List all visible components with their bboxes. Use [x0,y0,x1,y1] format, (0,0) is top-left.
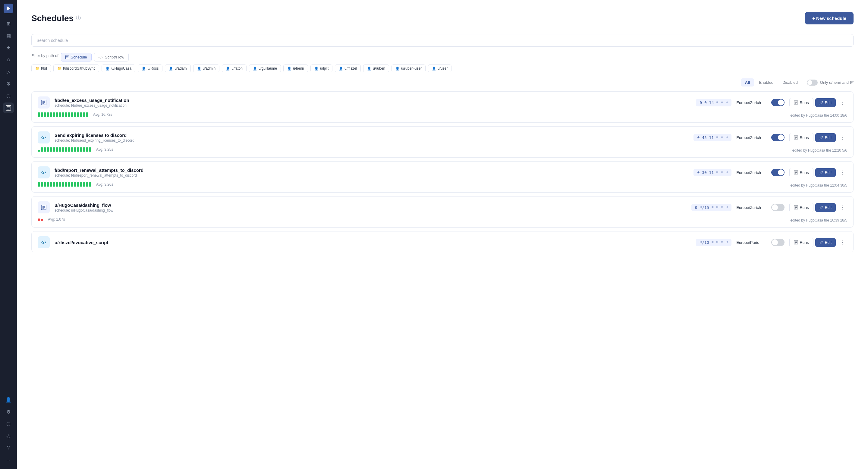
edit-label: Edit [825,170,832,175]
chip-u-henri[interactable]: 👤 u/henri [283,64,308,72]
chip-label: u/faton [231,66,243,70]
schedule-toggle[interactable] [771,134,784,141]
runs-button[interactable]: Runs [789,168,813,177]
sidebar-icon-dashboard[interactable]: ⌂ [3,54,14,65]
schedule-item: f/bd/report_renewal_attempts_to_discord … [31,161,854,193]
avg-text: Avg: 16.72s [93,113,112,117]
info-icon[interactable]: ⓘ [76,15,81,22]
more-button[interactable]: ⋮ [838,168,847,177]
sidebar-icon-money[interactable]: $ [3,79,14,89]
status-tab-all[interactable]: All [741,79,754,87]
sidebar-icon-logout[interactable]: → [3,455,14,465]
run-bar [74,182,76,187]
schedule-row-top: u/HugoCasa/dashing_flow schedule: u/Hugo… [38,201,847,213]
chip-u-faton[interactable]: 👤 u/faton [222,64,247,72]
chip-u-admin[interactable]: 👤 u/admin [193,64,220,72]
run-bar [68,113,70,117]
chip-u-ruben[interactable]: 👤 u/ruben [363,64,389,72]
sidebar-icon-help[interactable]: ? [3,442,14,453]
only-filter-toggle[interactable] [807,80,818,86]
sidebar-icon-packages[interactable]: ⬡ [3,418,14,429]
runs-button[interactable]: Runs [789,98,813,107]
user-icon: 👤 [226,67,230,70]
edit-button[interactable]: Edit [815,203,836,212]
chip-u-ross[interactable]: 👤 u/Ross [138,64,162,72]
run-bar [50,182,52,187]
schedule-name: u/HugoCasa/dashing_flow [55,202,687,208]
app-logo [4,4,13,13]
filter-tab-schedule[interactable]: Schedule [61,53,92,61]
sidebar-icon-stars[interactable]: ★ [3,42,14,53]
runs-label: Runs [800,135,809,140]
run-bar [50,147,52,152]
edit-button[interactable]: Edit [815,98,836,107]
sidebar-icon-settings[interactable]: ⚙ [3,406,14,417]
sidebar-icon-schedule[interactable] [3,102,14,113]
run-bar [38,219,40,221]
edit-button[interactable]: Edit [815,238,836,247]
runs-button[interactable]: Runs [789,238,813,247]
schedule-path: schedule: f/bd/ee_excess_usage_notificat… [55,103,691,107]
run-bar [44,113,46,117]
runs-label: Runs [800,100,809,105]
chip-u-rfiszel[interactable]: 👤 u/rfiszel [335,64,361,72]
run-bar [38,182,40,187]
run-bar [47,113,49,117]
schedule-row-top: f/bd/ee_excess_usage_notification schedu… [38,96,847,108]
chip-label: u/ruben [373,66,385,70]
new-schedule-button[interactable]: + New schedule [805,12,854,24]
edit-button[interactable]: Edit [815,168,836,177]
folder-icon: 📁 [35,67,39,70]
schedule-toggle[interactable] [771,204,784,211]
chip-label: u/lplit [320,66,329,70]
schedule-info: u/HugoCasa/dashing_flow schedule: u/Hugo… [55,202,687,213]
sidebar-icon-eye[interactable]: ◎ [3,430,14,441]
schedule-item-icon [38,96,50,108]
chip-u-ruben-user[interactable]: 👤 u/ruben-user [392,64,426,72]
chip-u-adam[interactable]: 👤 u/adam [165,64,190,72]
run-bar [65,182,67,187]
more-button[interactable]: ⋮ [838,238,847,247]
more-button[interactable]: ⋮ [838,98,847,107]
schedule-toggle[interactable] [771,99,784,106]
filter-tab-script-flow[interactable]: </> Script/Flow [94,53,129,61]
chip-u-user[interactable]: 👤 u/user [428,64,452,72]
run-bars-row: Avg: 16.72s edited by HugoCasa the 14:00… [38,112,847,118]
run-bar [86,113,88,117]
user-icon: 👤 [367,67,371,70]
sidebar-icon-integrations[interactable]: ⬡ [3,90,14,101]
schedule-toggle[interactable] [771,169,784,176]
run-bar [53,113,55,117]
schedule-list: f/bd/ee_excess_usage_notification schedu… [31,91,854,256]
chip-f-bd[interactable]: 📁 f/bd [31,64,51,72]
more-button[interactable]: ⋮ [838,203,847,212]
sidebar-icon-analytics[interactable]: ▦ [3,30,14,41]
run-bar [77,147,79,152]
chip-u-guillaume[interactable]: 👤 u/guillaume [249,64,281,72]
chip-u-hugocasa[interactable]: 👤 u/HugoCasa [101,64,135,72]
more-button[interactable]: ⋮ [838,133,847,142]
edit-button[interactable]: Edit [815,133,836,142]
search-wrap [31,34,854,47]
sidebar: ⊞ ▦ ★ ⌂ ▷ $ ⬡ 👤 ⚙ ⬡ ◎ ? → [0,0,17,469]
schedule-cron: 0 0 14 * * * [696,99,732,106]
run-bars [38,219,43,221]
chip-f-discord[interactable]: 📁 f/discordGithubSync [53,64,99,72]
schedule-info: f/bd/report_renewal_attempts_to_discord … [55,167,689,178]
edit-label: Edit [825,135,832,140]
search-input[interactable] [31,34,854,47]
sidebar-icon-home[interactable]: ⊞ [3,18,14,29]
chip-u-lplit[interactable]: 👤 u/lplit [310,64,333,72]
avg-text: Avg: 3.26s [96,182,113,187]
schedule-item: u/HugoCasa/dashing_flow schedule: u/Hugo… [31,196,854,227]
sidebar-icon-users[interactable]: 👤 [3,394,14,405]
status-tab-enabled[interactable]: Enabled [755,79,778,87]
user-icon: 👤 [339,67,343,70]
runs-button[interactable]: Runs [789,203,813,212]
schedule-toggle[interactable] [771,239,784,246]
run-bar [44,147,46,152]
runs-button[interactable]: Runs [789,133,813,142]
status-tab-disabled[interactable]: Disabled [778,79,802,87]
run-bar [38,113,40,117]
sidebar-icon-flow[interactable]: ▷ [3,66,14,77]
